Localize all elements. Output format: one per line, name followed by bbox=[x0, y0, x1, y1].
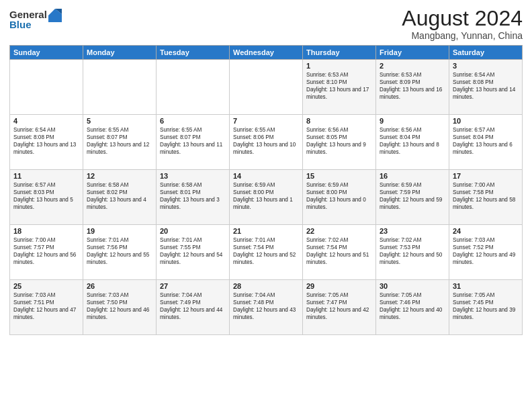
day-number: 24 bbox=[453, 227, 519, 235]
day-number: 30 bbox=[380, 282, 445, 290]
day-number: 1 bbox=[306, 62, 372, 70]
calendar-cell bbox=[157, 60, 230, 115]
week-row-2: 4Sunrise: 6:54 AM Sunset: 8:08 PM Daylig… bbox=[10, 115, 523, 170]
day-number: 18 bbox=[13, 227, 79, 235]
cell-info: Sunrise: 7:05 AM Sunset: 7:47 PM Dayligh… bbox=[306, 291, 372, 321]
cell-info: Sunrise: 6:55 AM Sunset: 8:07 PM Dayligh… bbox=[160, 126, 226, 156]
week-row-5: 25Sunrise: 7:03 AM Sunset: 7:51 PM Dayli… bbox=[10, 280, 523, 335]
day-number: 16 bbox=[380, 172, 445, 180]
header-saturday: Saturday bbox=[449, 46, 523, 60]
day-number: 7 bbox=[233, 117, 299, 125]
cell-info: Sunrise: 6:53 AM Sunset: 8:10 PM Dayligh… bbox=[306, 71, 372, 101]
calendar-cell: 12Sunrise: 6:58 AM Sunset: 8:02 PM Dayli… bbox=[83, 170, 157, 225]
day-number: 14 bbox=[233, 172, 299, 180]
month-year: August 2024 bbox=[402, 7, 523, 30]
calendar-cell: 28Sunrise: 7:04 AM Sunset: 7:48 PM Dayli… bbox=[230, 280, 303, 335]
day-number: 12 bbox=[87, 172, 152, 180]
calendar-cell: 31Sunrise: 7:05 AM Sunset: 7:45 PM Dayli… bbox=[449, 280, 523, 335]
calendar-cell: 10Sunrise: 6:57 AM Sunset: 8:04 PM Dayli… bbox=[449, 115, 523, 170]
day-number: 27 bbox=[160, 282, 226, 290]
cell-info: Sunrise: 6:58 AM Sunset: 8:02 PM Dayligh… bbox=[87, 181, 152, 211]
cell-info: Sunrise: 6:54 AM Sunset: 8:08 PM Dayligh… bbox=[13, 126, 79, 156]
day-number: 19 bbox=[87, 227, 152, 235]
day-number: 5 bbox=[87, 117, 152, 125]
header-thursday: Thursday bbox=[303, 46, 376, 60]
day-number: 25 bbox=[13, 282, 79, 290]
cell-info: Sunrise: 7:00 AM Sunset: 7:58 PM Dayligh… bbox=[453, 181, 519, 211]
day-number: 10 bbox=[453, 117, 519, 125]
cell-info: Sunrise: 7:03 AM Sunset: 7:52 PM Dayligh… bbox=[453, 236, 519, 266]
calendar-cell: 4Sunrise: 6:54 AM Sunset: 8:08 PM Daylig… bbox=[10, 115, 83, 170]
calendar-cell: 26Sunrise: 7:03 AM Sunset: 7:50 PM Dayli… bbox=[83, 280, 157, 335]
header: General Blue August 2024 Mangbang, Yunna… bbox=[9, 7, 523, 41]
day-number: 26 bbox=[87, 282, 152, 290]
cell-info: Sunrise: 6:59 AM Sunset: 8:00 PM Dayligh… bbox=[306, 181, 372, 211]
calendar-cell: 5Sunrise: 6:55 AM Sunset: 8:07 PM Daylig… bbox=[83, 115, 157, 170]
cell-info: Sunrise: 6:57 AM Sunset: 8:04 PM Dayligh… bbox=[453, 126, 519, 156]
calendar-cell: 27Sunrise: 7:04 AM Sunset: 7:49 PM Dayli… bbox=[157, 280, 230, 335]
calendar-cell: 14Sunrise: 6:59 AM Sunset: 8:00 PM Dayli… bbox=[230, 170, 303, 225]
calendar-cell: 17Sunrise: 7:00 AM Sunset: 7:58 PM Dayli… bbox=[449, 170, 523, 225]
cell-info: Sunrise: 7:04 AM Sunset: 7:48 PM Dayligh… bbox=[233, 291, 299, 321]
logo-icon bbox=[48, 9, 62, 22]
day-number: 3 bbox=[453, 62, 519, 70]
day-number: 31 bbox=[453, 282, 519, 290]
calendar-table: Sunday Monday Tuesday Wednesday Thursday… bbox=[9, 45, 523, 335]
week-row-4: 18Sunrise: 7:00 AM Sunset: 7:57 PM Dayli… bbox=[10, 225, 523, 280]
header-sunday: Sunday bbox=[10, 46, 83, 60]
calendar-cell: 21Sunrise: 7:01 AM Sunset: 7:54 PM Dayli… bbox=[230, 225, 303, 280]
calendar-cell: 20Sunrise: 7:01 AM Sunset: 7:55 PM Dayli… bbox=[157, 225, 230, 280]
cell-info: Sunrise: 6:54 AM Sunset: 8:08 PM Dayligh… bbox=[453, 71, 519, 101]
calendar-cell bbox=[10, 60, 83, 115]
header-friday: Friday bbox=[376, 46, 449, 60]
cell-info: Sunrise: 7:02 AM Sunset: 7:54 PM Dayligh… bbox=[306, 236, 372, 266]
day-number: 13 bbox=[160, 172, 226, 180]
calendar-cell: 18Sunrise: 7:00 AM Sunset: 7:57 PM Dayli… bbox=[10, 225, 83, 280]
header-wednesday: Wednesday bbox=[230, 46, 303, 60]
calendar-cell bbox=[230, 60, 303, 115]
cell-info: Sunrise: 6:56 AM Sunset: 8:05 PM Dayligh… bbox=[306, 126, 372, 156]
cell-info: Sunrise: 6:57 AM Sunset: 8:03 PM Dayligh… bbox=[13, 181, 79, 211]
calendar-cell: 15Sunrise: 6:59 AM Sunset: 8:00 PM Dayli… bbox=[303, 170, 376, 225]
calendar-cell: 6Sunrise: 6:55 AM Sunset: 8:07 PM Daylig… bbox=[157, 115, 230, 170]
day-number: 17 bbox=[453, 172, 519, 180]
calendar-cell: 2Sunrise: 6:53 AM Sunset: 8:09 PM Daylig… bbox=[376, 60, 449, 115]
calendar-cell: 29Sunrise: 7:05 AM Sunset: 7:47 PM Dayli… bbox=[303, 280, 376, 335]
calendar-cell: 23Sunrise: 7:02 AM Sunset: 7:53 PM Dayli… bbox=[376, 225, 449, 280]
calendar-cell: 16Sunrise: 6:59 AM Sunset: 7:59 PM Dayli… bbox=[376, 170, 449, 225]
cell-info: Sunrise: 6:53 AM Sunset: 8:09 PM Dayligh… bbox=[380, 71, 445, 101]
day-number: 23 bbox=[380, 227, 445, 235]
cell-info: Sunrise: 6:59 AM Sunset: 7:59 PM Dayligh… bbox=[380, 181, 445, 211]
cell-info: Sunrise: 6:58 AM Sunset: 8:01 PM Dayligh… bbox=[160, 181, 226, 211]
cell-info: Sunrise: 7:01 AM Sunset: 7:56 PM Dayligh… bbox=[87, 236, 152, 266]
calendar-cell bbox=[83, 60, 157, 115]
logo-blue: Blue bbox=[9, 19, 47, 30]
location: Mangbang, Yunnan, China bbox=[402, 30, 523, 41]
calendar-cell: 30Sunrise: 7:05 AM Sunset: 7:46 PM Dayli… bbox=[376, 280, 449, 335]
cell-info: Sunrise: 6:56 AM Sunset: 8:04 PM Dayligh… bbox=[380, 126, 445, 156]
day-number: 9 bbox=[380, 117, 445, 125]
calendar-cell: 22Sunrise: 7:02 AM Sunset: 7:54 PM Dayli… bbox=[303, 225, 376, 280]
day-number: 15 bbox=[306, 172, 372, 180]
page: General Blue August 2024 Mangbang, Yunna… bbox=[0, 0, 532, 411]
header-monday: Monday bbox=[83, 46, 157, 60]
day-number: 11 bbox=[13, 172, 79, 180]
calendar-cell: 3Sunrise: 6:54 AM Sunset: 8:08 PM Daylig… bbox=[449, 60, 523, 115]
cell-info: Sunrise: 7:02 AM Sunset: 7:53 PM Dayligh… bbox=[380, 236, 445, 266]
cell-info: Sunrise: 7:05 AM Sunset: 7:46 PM Dayligh… bbox=[380, 291, 445, 321]
calendar-cell: 19Sunrise: 7:01 AM Sunset: 7:56 PM Dayli… bbox=[83, 225, 157, 280]
calendar-cell: 7Sunrise: 6:55 AM Sunset: 8:06 PM Daylig… bbox=[230, 115, 303, 170]
calendar-cell: 9Sunrise: 6:56 AM Sunset: 8:04 PM Daylig… bbox=[376, 115, 449, 170]
day-number: 21 bbox=[233, 227, 299, 235]
day-number: 20 bbox=[160, 227, 226, 235]
cell-info: Sunrise: 7:04 AM Sunset: 7:49 PM Dayligh… bbox=[160, 291, 226, 321]
week-row-1: 1Sunrise: 6:53 AM Sunset: 8:10 PM Daylig… bbox=[10, 60, 523, 115]
cell-info: Sunrise: 6:55 AM Sunset: 8:07 PM Dayligh… bbox=[87, 126, 152, 156]
logo-general: General bbox=[9, 9, 47, 19]
day-number: 2 bbox=[380, 62, 445, 70]
title-block: August 2024 Mangbang, Yunnan, China bbox=[402, 7, 523, 41]
logo: General Blue bbox=[9, 9, 62, 30]
cell-info: Sunrise: 7:03 AM Sunset: 7:50 PM Dayligh… bbox=[87, 291, 152, 321]
header-tuesday: Tuesday bbox=[157, 46, 230, 60]
day-number: 22 bbox=[306, 227, 372, 235]
